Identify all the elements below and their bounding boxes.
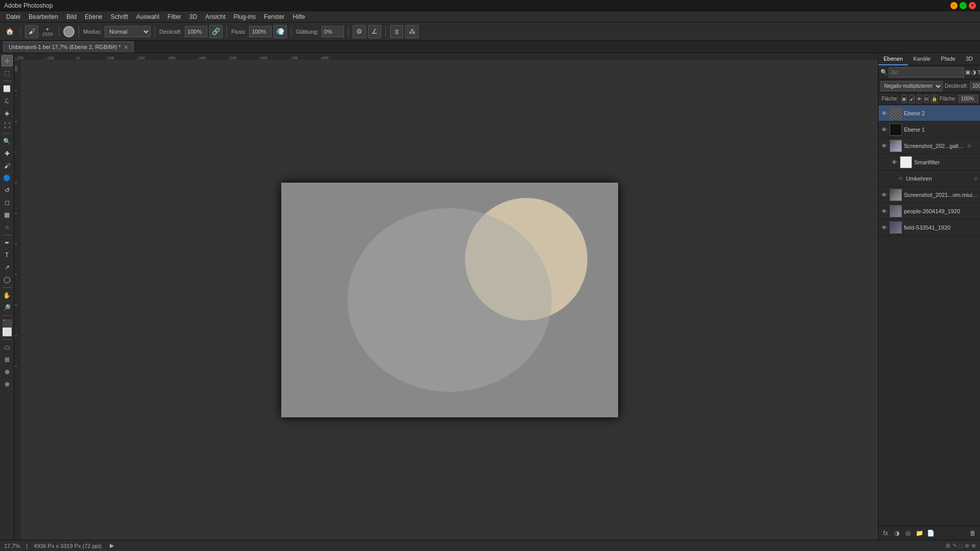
layer-item-screenshot-kopie[interactable]: 👁 Screenshot_202...gallery Kopie ⊞ ⋯ — [878, 138, 980, 154]
screen-mode-btn[interactable]: ⊞ — [2, 354, 13, 365]
fill-input[interactable] — [959, 95, 978, 103]
layer-visibility-field[interactable]: 👁 — [880, 224, 888, 231]
quick-mask-btn[interactable]: ⬭ — [2, 342, 13, 353]
layer-new-button[interactable]: 📄 — [925, 528, 936, 538]
menu-item-schrift[interactable]: Schrift — [107, 12, 132, 21]
extra-tool[interactable]: ⊗ — [2, 379, 13, 390]
type-tool[interactable]: T — [2, 249, 13, 261]
layers-search-input[interactable] — [889, 67, 964, 78]
layer-visibility-smartfilter[interactable]: 👁 — [891, 159, 898, 166]
marquee-tool[interactable]: ⬜ — [2, 83, 13, 94]
layer-item-screenshot-miui[interactable]: 👁 Screenshot_2021...om.miui.gallery — [878, 187, 980, 203]
gradient-tool[interactable]: ▦ — [2, 209, 13, 220]
tab-ebenen[interactable]: Ebenen — [878, 53, 908, 65]
shape-tool[interactable]: ◯ — [2, 274, 13, 285]
eyedropper-tool[interactable]: 🔍 — [2, 136, 13, 147]
blend-mode-select[interactable]: Negativ multiplizieren Normal Auflösen A… — [880, 81, 943, 91]
tab-kanaele[interactable]: Kanäle — [908, 53, 936, 65]
status-icon-1[interactable]: ⊞ — [946, 542, 950, 549]
move-tool[interactable]: ⊹ — [2, 55, 13, 66]
close-button[interactable]: ✕ — [969, 2, 976, 9]
lock-artboard-btn[interactable]: ⊞ — [924, 95, 929, 103]
menu-item-bearbeiten[interactable]: Bearbeiten — [24, 12, 62, 21]
layer-visibility-ebene1[interactable]: 👁 — [880, 126, 888, 133]
clone-tool[interactable]: 🔵 — [2, 172, 13, 184]
angle-btn[interactable]: ∠ — [368, 25, 381, 38]
status-icon-4[interactable]: ⊕ — [965, 542, 969, 549]
menu-item-hilfe[interactable]: Hilfe — [289, 12, 309, 21]
layer-visibility-screenshot-miui[interactable]: 👁 — [880, 191, 888, 198]
layer-adjustment-button[interactable]: ◎ — [903, 528, 913, 538]
layer-delete-button[interactable]: 🗑 — [968, 528, 978, 538]
menu-item-ansicht[interactable]: Ansicht — [201, 12, 229, 21]
layer-item-umkehren[interactable]: 👁 Umkehren ⊘ — [878, 170, 980, 187]
filter-pixel-btn[interactable]: ▣ — [965, 67, 970, 78]
mode-select[interactable]: Normal — [105, 26, 151, 37]
eraser-tool[interactable]: ◻ — [2, 197, 13, 208]
settings-btn[interactable]: ⚙ — [353, 25, 366, 38]
menu-item-plugins[interactable]: Plug-ins — [230, 12, 260, 21]
menu-item-ebene[interactable]: Ebene — [81, 12, 107, 21]
artboard-tool[interactable]: ⬚ — [2, 67, 13, 79]
history-brush-tool[interactable]: ↺ — [2, 185, 13, 196]
canvas-container[interactable] — [21, 60, 878, 540]
pen-tool[interactable]: ✒ — [2, 237, 13, 248]
filter-adjustment-btn[interactable]: ◑ — [971, 67, 976, 78]
symmetry-btn[interactable]: ⧖ — [390, 25, 403, 38]
status-icon-2[interactable]: ✎ — [952, 542, 957, 549]
home-button[interactable]: 🏠 — [3, 25, 16, 38]
path-select-tool[interactable]: ↗ — [2, 262, 13, 273]
tab-close-button[interactable]: ✕ — [124, 44, 128, 50]
menu-item-fenster[interactable]: Fenster — [260, 12, 289, 21]
layer-item-ebene2[interactable]: 👁 Ebene 2 — [878, 105, 980, 121]
deckraft-input[interactable] — [185, 26, 207, 37]
lasso-tool[interactable]: ℒ — [2, 95, 13, 107]
zoom-tool[interactable]: 🔎 — [2, 302, 13, 313]
maximize-button[interactable]: □ — [960, 2, 967, 9]
menu-item-3d[interactable]: 3D — [185, 12, 201, 21]
layer-item-field[interactable]: 👁 field-533541_1920 — [878, 219, 980, 236]
layer-item-smartfilter[interactable]: 👁 Smartfilter — [878, 154, 980, 170]
layer-visibility-umkehren[interactable]: 👁 — [897, 175, 904, 182]
tab-pfade[interactable]: Pfade — [936, 53, 961, 65]
layer-visibility-screenshot-kopie[interactable]: 👁 — [880, 142, 888, 149]
lock-transparent-btn[interactable]: ▣ — [901, 95, 907, 103]
brush-options-btn[interactable] — [63, 26, 75, 37]
layer-visibility-people[interactable]: 👁 — [880, 208, 888, 215]
minimize-button[interactable]: − — [950, 2, 958, 9]
menu-item-auswahl[interactable]: Auswahl — [132, 12, 163, 21]
status-icon-3[interactable]: □ — [959, 542, 963, 549]
filter-type-btn[interactable]: T — [977, 67, 980, 78]
menu-item-bild[interactable]: Bild — [62, 12, 81, 21]
menu-item-datei[interactable]: Datei — [2, 12, 24, 21]
layer-fx-button[interactable]: fx — [880, 528, 891, 538]
brush-tool[interactable]: 🖌 — [2, 160, 13, 171]
fluss-input[interactable] — [249, 26, 272, 37]
panel-menu-btn[interactable]: ≡ — [978, 56, 980, 63]
brush-icon[interactable]: 🖌 — [25, 25, 38, 38]
airbrush-btn[interactable]: 💨 — [274, 25, 287, 38]
layer-visibility-ebene2[interactable]: 👁 — [880, 110, 888, 117]
lock-all-btn[interactable]: 🔒 — [931, 95, 938, 103]
document-tab[interactable]: Unbenannt-1 bei 17,7% (Ebene 2, RGB/8#) … — [3, 41, 134, 53]
heal-tool[interactable]: ✚ — [2, 148, 13, 159]
canvas-document[interactable] — [281, 183, 618, 417]
layer-mask-button[interactable]: ◑ — [892, 528, 902, 538]
lock-image-btn[interactable]: 🖌 — [909, 95, 915, 103]
select-subject-tool[interactable]: ◈ — [2, 108, 13, 119]
glattung-input[interactable] — [322, 26, 344, 37]
status-icon-5[interactable]: ⊗ — [971, 542, 976, 549]
tab-3d[interactable]: 3D — [961, 53, 978, 65]
lock-position-btn[interactable]: ✥ — [917, 95, 922, 103]
deckraft-icon[interactable]: 🔗 — [209, 25, 223, 38]
layer-group-button[interactable]: 📁 — [914, 528, 924, 538]
layer-item-ebene1[interactable]: 👁 Ebene 1 — [878, 121, 980, 138]
scatter-btn[interactable]: ⁂ — [405, 25, 419, 38]
background-color[interactable]: ⬜ — [2, 326, 13, 337]
menu-item-filter[interactable]: Filter — [163, 12, 185, 21]
crop-tool[interactable]: ⛶ — [2, 120, 13, 131]
opacity-input[interactable] — [970, 82, 980, 90]
hand-tool[interactable]: ✋ — [2, 290, 13, 301]
hand-tool-2[interactable]: ⊕ — [2, 366, 13, 378]
layer-item-people[interactable]: 👁 people-2604149_1920 — [878, 203, 980, 219]
